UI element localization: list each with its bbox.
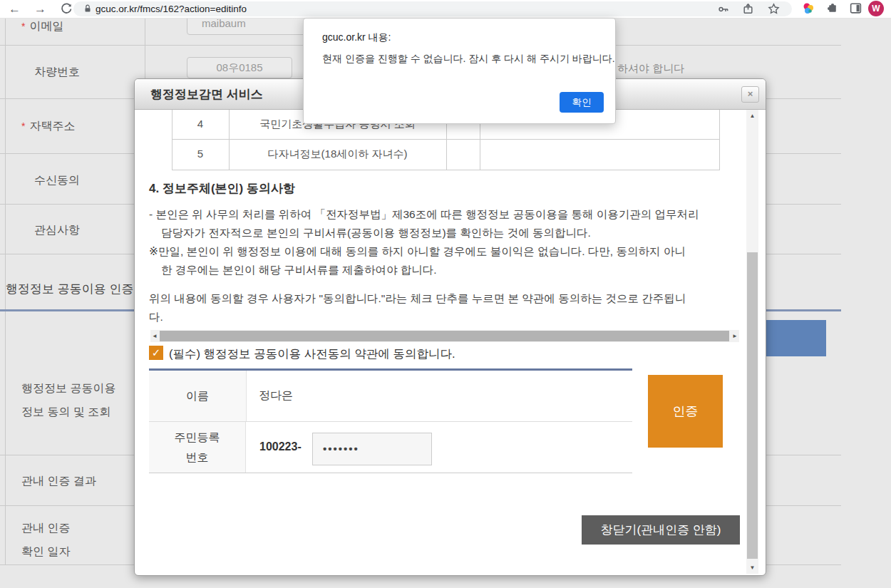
url-bar[interactable]: gcuc.or.kr/fmcs/162?action=editinfo [73,1,792,16]
rrn-password-field[interactable]: ••••••• [312,433,432,465]
required-asterisk: * [21,21,25,32]
sidebar-item-local-auth-result: 관내 인증 결과 [21,474,96,489]
sidebar-item-consent-and-inquiry: 행정정보 공동이용 정보 동의 및 조회 [21,376,115,423]
screen: *이메일 차량번호 *자택주소 수신동의 관심사항 maibaum 08우018… [0,0,891,588]
horizontal-scrollbar-thumb[interactable] [160,331,729,341]
vehicle-hint-text: 하셔야 합니다 [617,62,684,76]
consent-checkbox[interactable]: ✓ [149,346,163,360]
bookmark-star-icon[interactable] [768,3,780,18]
rrn-label: 주민등록 번호 [149,422,246,473]
consent-checkbox-label: (필수) 행정정보 공동이용 사전동의 약관에 동의합니다. [169,346,455,362]
scroll-down-icon[interactable]: ▼ [746,564,758,571]
info-table-bottom-border [149,473,632,473]
alert-message: 현재 인증을 진행할 수 없습니다. 잠시 후 다시 해 주시기 바랍니다. [322,53,615,66]
table-row-number: 5 [172,148,229,160]
consent-paragraph-1: - 본인은 위 사무의 처리를 위하여 「전자정부법」제36조에 따른 행정정보… [149,205,699,242]
table-row-desc: 다자녀정보(18세이하 자녀수) [229,148,446,161]
forward-icon[interactable]: → [34,0,46,18]
side-panel-icon[interactable] [849,1,863,16]
vertical-scrollbar[interactable]: ▲ ▼ [746,110,758,574]
table-border [719,110,720,170]
profile-avatar[interactable]: W [868,1,884,16]
field-label-home-address: *자택주소 [21,119,75,134]
share-icon[interactable] [742,3,754,18]
table-border [172,139,720,140]
field-label-receive-consent: 수신동의 [34,173,80,188]
browser-toolbar: ← → gcuc.or.kr/fmcs/162?action=editinfo [0,0,891,19]
alert-confirm-button[interactable]: 확인 [560,92,604,113]
back-icon[interactable]: ← [9,0,21,18]
close-window-button[interactable]: 창닫기(관내인증 안함) [582,515,740,545]
extensions-puzzle-icon[interactable] [825,1,840,16]
admin-info-service-modal: 행정정보감면 서비스 × 4 국민기초생활수급자 증명서 조회 5 다자녀정보(… [134,78,766,576]
horizontal-scrollbar[interactable]: ◄ ► [150,330,739,342]
rrn-masked-value: ••••••• [323,433,359,465]
rrn-prefix: 100223- [259,440,302,453]
name-label: 이름 [149,371,247,421]
password-key-icon[interactable] [718,4,729,18]
sidebar-item-local-auth-date: 관내 인증 확인 일자 [21,516,70,563]
field-label-vehicle: 차량번호 [34,65,80,80]
table-border [172,170,720,170]
scroll-right-icon[interactable]: ► [731,333,739,339]
background-blue-button[interactable] [766,320,826,356]
section-title-admin-info: 행정정보 공동이용 인증 [6,281,134,297]
close-icon[interactable]: × [741,86,759,103]
scroll-up-icon[interactable]: ▲ [746,113,758,119]
field-label-interests: 관심사항 [34,223,80,238]
field-label-email: *이메일 [21,19,63,34]
consent-paragraph-3: 위의 내용에 동의할 경우 사용자가 "동의합니다."라는 체크 단추를 누르면… [149,289,686,326]
consent-paragraph-2: ※만일, 본인이 위 행정정보 이용에 대해 동의를 하지 아니할 경우에도 불… [149,242,686,279]
required-asterisk: * [21,120,25,132]
authenticate-button[interactable]: 인증 [648,375,723,448]
name-value: 정다은 [259,388,293,403]
consent-section-heading: 4. 정보주체(본인) 동의사항 [149,180,295,197]
url-text[interactable]: gcuc.or.kr/fmcs/162?action=editinfo [96,4,247,14]
table-row-number: 4 [172,118,229,130]
scroll-left-icon[interactable]: ◄ [150,333,159,339]
vertical-scrollbar-thumb[interactable] [747,252,758,559]
modal-title: 행정정보감면 서비스 [150,86,263,103]
lock-icon [83,4,93,16]
alert-source-title: gcuc.or.kr 내용: [322,31,391,44]
refresh-icon[interactable] [60,2,73,18]
js-alert-dialog: gcuc.or.kr 내용: 현재 인증을 진행할 수 없습니다. 잠시 후 다… [303,18,616,124]
vehicle-number-field[interactable]: 08우0185 [187,57,292,78]
extension-app-icon[interactable] [801,1,815,16]
